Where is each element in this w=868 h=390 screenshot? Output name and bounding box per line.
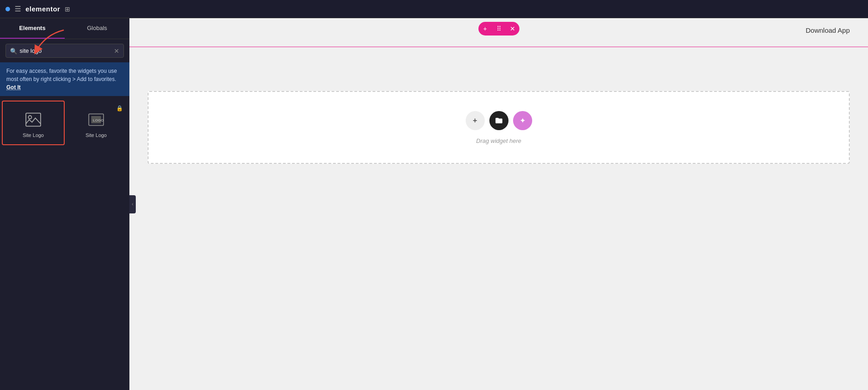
- tip-text: For easy access, favorite the widgets yo…: [6, 68, 117, 82]
- collapse-sidebar-handle[interactable]: ‹: [129, 195, 136, 213]
- top-bar: ☰ elementor ⊞: [0, 0, 868, 18]
- canvas-area: + ⠿ ✕ Download App + ✦ Drag widget here: [129, 18, 868, 390]
- clear-search-icon[interactable]: ✕: [114, 47, 119, 55]
- tab-elements[interactable]: Elements: [0, 18, 65, 39]
- widget-grid: Site Logo 🔒 LOGO Site Logo: [0, 99, 129, 147]
- section-add-btn[interactable]: +: [478, 22, 492, 35]
- widget-site-logo-2[interactable]: 🔒 LOGO Site Logo: [65, 101, 128, 145]
- drag-widget-label: Drag widget here: [476, 137, 521, 144]
- hamburger-icon[interactable]: ☰: [15, 5, 21, 13]
- search-input[interactable]: [5, 44, 124, 58]
- section-drag-btn[interactable]: ⠿: [492, 22, 506, 35]
- section-close-btn[interactable]: ✕: [506, 22, 519, 35]
- sidebar: Elements Globals 🔍 ✕ For easy: [0, 18, 129, 390]
- templates-btn[interactable]: [489, 111, 508, 130]
- widget-icon-logo: LOGO: [85, 111, 108, 129]
- svg-text:LOGO: LOGO: [93, 119, 104, 123]
- widget-label-2: Site Logo: [86, 132, 107, 138]
- tip-banner: For easy access, favorite the widgets yo…: [0, 62, 129, 96]
- add-widget-btn[interactable]: +: [466, 111, 485, 130]
- sidebar-tabs: Elements Globals: [0, 18, 129, 39]
- app-logo: elementor: [26, 5, 60, 13]
- lock-icon: 🔒: [116, 105, 123, 111]
- pink-separator-line: [129, 46, 868, 47]
- section-controls: + ⠿ ✕: [478, 22, 519, 35]
- ai-btn[interactable]: ✦: [513, 111, 532, 130]
- widget-label-1: Site Logo: [23, 132, 44, 138]
- main-layout: Elements Globals 🔍 ✕ For easy: [0, 18, 868, 390]
- drop-zone-buttons: + ✦: [466, 111, 532, 130]
- widget-site-logo-1[interactable]: Site Logo: [2, 101, 65, 145]
- status-dot: [5, 7, 10, 11]
- got-it-link[interactable]: Got It: [6, 84, 21, 91]
- grid-icon[interactable]: ⊞: [65, 5, 70, 13]
- widget-icon-image: [22, 111, 45, 129]
- download-app-button[interactable]: Download App: [806, 26, 850, 34]
- section-bar: + ⠿ ✕: [129, 18, 868, 39]
- drop-zone: + ✦ Drag widget here: [148, 91, 850, 164]
- tab-globals[interactable]: Globals: [65, 18, 129, 39]
- svg-point-1: [28, 116, 31, 119]
- search-container: 🔍 ✕: [0, 39, 129, 62]
- svg-rect-0: [26, 113, 41, 127]
- top-bar-left: ☰ elementor ⊞: [5, 5, 70, 13]
